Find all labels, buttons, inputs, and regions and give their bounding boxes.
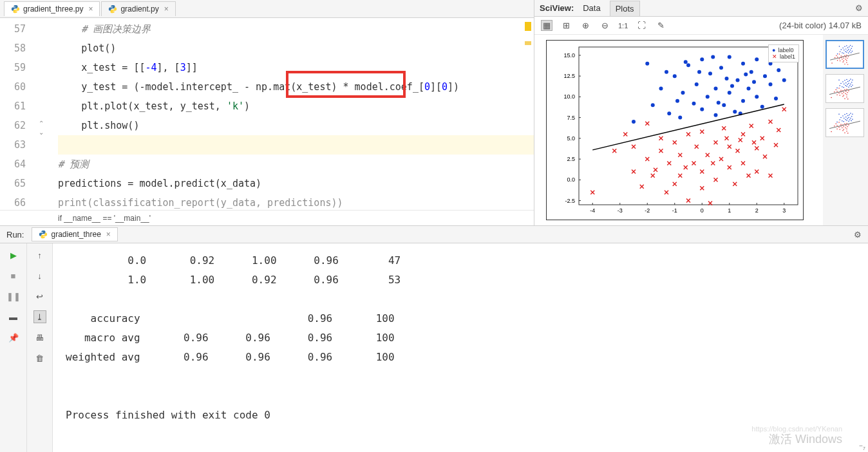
close-icon[interactable]: × bbox=[106, 230, 111, 239]
svg-line-186 bbox=[592, 104, 784, 150]
run-config-tab[interactable]: gradient_three × bbox=[32, 227, 117, 241]
svg-point-279 bbox=[844, 99, 845, 100]
svg-point-208 bbox=[851, 52, 851, 53]
svg-point-40 bbox=[681, 91, 685, 95]
run-tool-bar: Run: gradient_three × ⚙ bbox=[0, 225, 868, 243]
trash-icon[interactable]: 🗑 bbox=[33, 352, 46, 364]
rerun-icon[interactable]: ▶ bbox=[7, 249, 20, 261]
zoom-out-icon[interactable]: ⊖ bbox=[599, 21, 610, 30]
svg-point-277 bbox=[843, 92, 844, 93]
plot-thumbnail[interactable] bbox=[826, 40, 864, 69]
svg-point-234 bbox=[847, 58, 847, 59]
svg-point-310 bbox=[851, 120, 852, 122]
svg-point-240 bbox=[839, 85, 840, 86]
scroll-end-icon[interactable]: ⤓ bbox=[33, 310, 46, 323]
zoom-in-icon[interactable]: ⊕ bbox=[580, 21, 591, 30]
plot-canvas[interactable]: -2.50.02.55.07.510.012.515.0-4-3-2-10123… bbox=[546, 40, 804, 220]
svg-point-48 bbox=[714, 113, 718, 117]
svg-point-273 bbox=[842, 93, 843, 95]
breadcrumb[interactable]: if __name__ == '__main__' bbox=[0, 210, 534, 225]
up-icon[interactable]: ↑ bbox=[33, 249, 46, 261]
fit-icon[interactable]: ⛶ bbox=[636, 21, 647, 30]
svg-point-285 bbox=[847, 92, 848, 93]
python-icon bbox=[108, 5, 117, 14]
file-tab-gradient-three[interactable]: gradient_three.py × bbox=[4, 1, 100, 16]
svg-point-319 bbox=[838, 127, 840, 128]
svg-point-286 bbox=[847, 99, 849, 100]
svg-point-337 bbox=[847, 133, 849, 134]
svg-point-312 bbox=[852, 114, 853, 115]
grid-icon[interactable]: ▦ bbox=[541, 20, 552, 31]
print-icon[interactable]: 🖶 bbox=[33, 331, 46, 344]
console-output[interactable]: 0.0 0.92 1.00 0.96 47 1.0 1.00 0.92 0.96… bbox=[53, 243, 868, 452]
svg-point-219 bbox=[840, 61, 840, 61]
svg-point-195 bbox=[844, 46, 845, 47]
svg-point-33 bbox=[632, 120, 636, 124]
pin-icon[interactable]: 📌 bbox=[7, 331, 20, 344]
svg-point-189 bbox=[840, 52, 840, 52]
svg-point-204 bbox=[849, 46, 849, 47]
svg-point-232 bbox=[846, 62, 847, 62]
down-icon[interactable]: ↓ bbox=[33, 269, 46, 282]
file-tab-gradient[interactable]: gradient.py × bbox=[101, 1, 175, 16]
close-icon[interactable]: × bbox=[164, 5, 169, 14]
soft-wrap-icon[interactable]: ↩ bbox=[33, 290, 46, 303]
file-tab-label: gradient.py bbox=[120, 5, 158, 14]
fold-up-icon[interactable]: ⌃ bbox=[39, 120, 44, 127]
actual-size-icon[interactable]: 1:1 bbox=[618, 22, 628, 30]
code-editor[interactable]: 57585960616263646566 ⌃ ⌄ # 画图决策边界 plot()… bbox=[0, 18, 534, 210]
svg-point-291 bbox=[839, 119, 840, 120]
svg-point-60 bbox=[755, 95, 759, 99]
svg-point-200 bbox=[847, 50, 847, 51]
code-content[interactable]: # 画图决策边界 plot() x_test = [[-4], [3]] y_t… bbox=[58, 18, 534, 210]
svg-point-197 bbox=[845, 48, 846, 49]
gear-icon[interactable]: ⚙ bbox=[854, 230, 862, 240]
svg-point-53 bbox=[728, 91, 731, 95]
file-tab-label: gradient_three.py bbox=[23, 5, 83, 14]
svg-point-54 bbox=[733, 110, 737, 114]
svg-point-314 bbox=[831, 131, 832, 133]
svg-text:5.0: 5.0 bbox=[567, 135, 575, 142]
run-toolbar-left2: ↑ ↓ ↩ ⤓ 🖶 🗑 bbox=[27, 243, 53, 452]
svg-line-237 bbox=[830, 53, 860, 60]
plot-thumbnails: −7 bbox=[823, 35, 868, 225]
svg-point-77 bbox=[717, 100, 721, 104]
svg-point-250 bbox=[846, 79, 847, 80]
svg-point-296 bbox=[844, 118, 845, 119]
warning-stripe[interactable] bbox=[525, 41, 531, 45]
pause-icon[interactable]: ❚❚ bbox=[7, 290, 20, 303]
layout-icon[interactable]: ▬ bbox=[7, 310, 20, 323]
color-picker-icon[interactable]: ✎ bbox=[655, 21, 666, 30]
svg-point-192 bbox=[842, 48, 843, 48]
svg-point-78 bbox=[730, 84, 734, 88]
svg-point-238 bbox=[836, 88, 838, 89]
svg-point-265 bbox=[835, 89, 836, 90]
svg-point-253 bbox=[848, 86, 849, 88]
svg-point-38 bbox=[673, 74, 677, 78]
svg-text:-2.5: -2.5 bbox=[565, 198, 575, 204]
warning-marker[interactable] bbox=[525, 22, 531, 31]
svg-point-224 bbox=[842, 62, 843, 62]
plot-thumbnail[interactable] bbox=[826, 74, 864, 103]
grid2-icon[interactable]: ⊞ bbox=[560, 21, 572, 30]
fold-down-icon[interactable]: ⌄ bbox=[39, 129, 44, 136]
tab-plots[interactable]: Plots bbox=[610, 1, 640, 16]
svg-point-37 bbox=[667, 111, 671, 115]
close-icon[interactable]: × bbox=[88, 5, 93, 14]
svg-point-79 bbox=[744, 73, 748, 77]
gear-icon[interactable]: ⚙ bbox=[855, 3, 863, 13]
svg-point-309 bbox=[850, 118, 851, 119]
plot-thumbnail[interactable] bbox=[826, 108, 864, 137]
svg-point-36 bbox=[659, 86, 663, 90]
svg-point-205 bbox=[849, 52, 850, 52]
svg-point-300 bbox=[846, 120, 847, 121]
tab-data[interactable]: Data bbox=[583, 3, 600, 13]
plot-main: -2.50.02.55.07.510.012.515.0-4-3-2-10123… bbox=[534, 35, 823, 225]
stop-icon[interactable]: ■ bbox=[7, 269, 20, 282]
plot-legend: ●label0 ✕label1 bbox=[768, 44, 799, 62]
editor-pane: gradient_three.py × gradient.py × 575859… bbox=[0, 0, 534, 225]
svg-point-270 bbox=[839, 95, 840, 96]
svg-point-334 bbox=[846, 131, 847, 132]
svg-point-233 bbox=[846, 55, 847, 55]
svg-point-241 bbox=[840, 83, 842, 84]
